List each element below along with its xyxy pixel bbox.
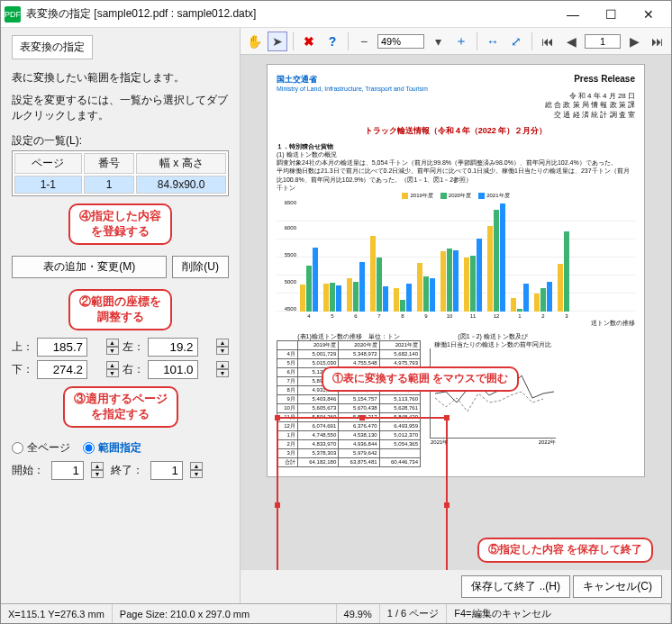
label-left: 左： — [123, 339, 144, 355]
status-bar: X=115.1 Y=276.3 mm Page Size: 210.0 x 29… — [1, 603, 671, 623]
help-icon[interactable]: ? — [322, 32, 342, 51]
close-button[interactable]: ✕ — [630, 2, 667, 27]
press-release-label: Press Release — [574, 74, 635, 84]
save-exit-button[interactable]: 保存して終了 ..(H) — [461, 575, 570, 598]
spin-start[interactable]: ▲▼ — [91, 462, 104, 478]
col-page: ページ — [14, 153, 82, 174]
col-size: 幅 x 高さ — [136, 153, 226, 174]
settings-table[interactable]: ページ 番号 幅 x 高さ 1-1 1 84.9x90.0 — [12, 150, 229, 196]
window-title: 表変換の指定 [sample012.pdf : sample012.datx] — [26, 6, 554, 22]
label-right: 右： — [123, 362, 144, 377]
status-page: 1 / 6 ページ — [380, 604, 447, 623]
bar-chart: 4500 5000 5500 6000 6500 — [277, 203, 635, 312]
callout-4: ④指定した内容 を登録する — [68, 203, 172, 245]
end-label: 終了： — [111, 463, 143, 478]
label-top: 上： — [12, 339, 33, 355]
add-change-button[interactable]: 表の追加・変更(M) — [12, 256, 167, 278]
page-input[interactable] — [585, 34, 621, 49]
spin-left[interactable]: ▲▼ — [216, 339, 229, 355]
document-page: 国土交通省 Ministry of Land, Infrastructure, … — [267, 64, 645, 477]
end-input[interactable] — [150, 461, 183, 480]
status-pagesize: Page Size: 210.0 x 297.0 mm — [113, 604, 337, 623]
input-top[interactable] — [37, 338, 87, 357]
spin-top[interactable]: ▲▼ — [106, 339, 119, 355]
doc-title: トラック輸送情報（令和４年（2022 年）２月分） — [277, 125, 635, 137]
app-icon: PDF — [5, 6, 21, 23]
table-row[interactable]: 1-1 1 84.9x90.0 — [14, 176, 226, 194]
maximize-button[interactable]: ☐ — [592, 2, 630, 27]
callout-1: ①表に変換する範囲 をマウスで囲む — [322, 366, 519, 392]
status-coord: X=115.1 Y=276.3 mm — [1, 604, 113, 623]
fit-width-icon[interactable]: ↔ — [483, 32, 503, 51]
zoom-in-icon[interactable]: ＋ — [451, 32, 471, 51]
intro-text-1: 表に変換したい範囲を指定します。 — [12, 70, 229, 86]
fit-page-icon[interactable]: ⤢ — [506, 32, 526, 51]
zoom-input[interactable] — [377, 34, 424, 49]
spin-bottom[interactable]: ▲▼ — [106, 361, 119, 377]
delete-button[interactable]: 削除(U) — [172, 256, 229, 278]
callout-5: ⑤指定した内容 を保存して終了 — [477, 538, 653, 563]
last-page-icon[interactable]: ⏭ — [648, 32, 667, 51]
zoom-out-icon[interactable]: − — [354, 32, 374, 51]
spin-end[interactable]: ▲▼ — [190, 462, 203, 478]
panel-caption: 表変換の指定 — [12, 35, 93, 59]
next-page-icon[interactable]: ▶ — [624, 32, 644, 51]
intro-text-2: 設定を変更するには、一覧から選択してダブルクリックします。 — [12, 93, 229, 123]
input-bottom[interactable] — [37, 360, 87, 379]
selection-box[interactable] — [277, 417, 448, 570]
radio-range[interactable]: 範囲指定 — [83, 440, 141, 456]
minimize-button[interactable]: — — [554, 2, 592, 27]
cancel-button[interactable]: キャンセル(C) — [573, 575, 662, 598]
pointer-tool-icon[interactable]: ➤ — [268, 32, 287, 51]
start-input[interactable] — [51, 461, 84, 480]
input-right[interactable] — [148, 360, 198, 379]
status-help: F4=編集のキャンセル — [447, 604, 671, 623]
label-bottom: 下： — [12, 362, 33, 377]
input-left[interactable] — [148, 338, 198, 357]
zoom-dropdown-icon[interactable]: ▾ — [428, 32, 448, 51]
start-label: 開始： — [12, 463, 44, 478]
first-page-icon[interactable]: ⏮ — [538, 32, 558, 51]
callout-3: ③適用するページ を指定する — [63, 386, 178, 428]
radio-all-pages[interactable]: 全ページ — [12, 440, 70, 456]
delete-icon[interactable]: ✖ — [299, 32, 319, 51]
ministry-logo: 国土交通省 — [277, 74, 428, 86]
line-chart: 2021年 2022年 — [430, 348, 556, 439]
prev-page-icon[interactable]: ◀ — [561, 32, 581, 51]
list-label: 設定の一覧(L): — [12, 133, 229, 149]
status-zoom: 49.9% — [337, 604, 380, 623]
col-num: 番号 — [84, 153, 135, 174]
spin-right[interactable]: ▲▼ — [216, 361, 229, 377]
hand-tool-icon[interactable]: ✋ — [244, 32, 264, 51]
callout-2: ②範囲の座標を 調整する — [68, 289, 172, 330]
